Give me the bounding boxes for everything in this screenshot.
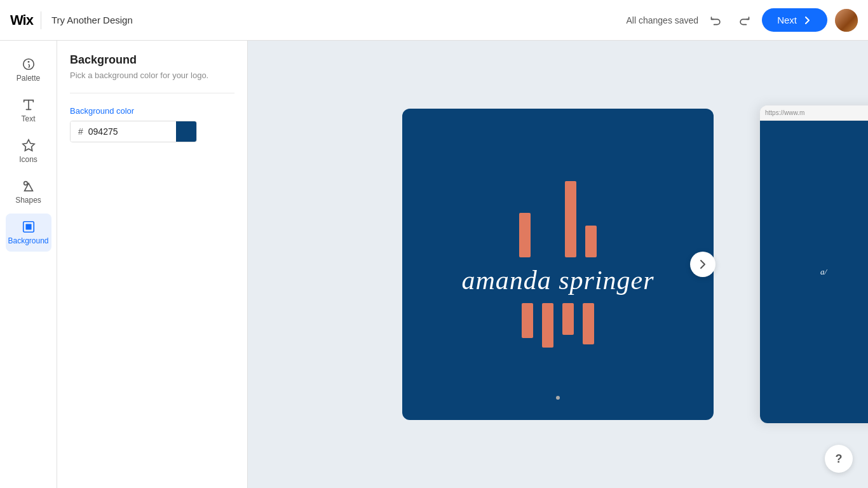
- color-swatch[interactable]: [176, 121, 196, 142]
- avatar-image: [835, 9, 858, 32]
- panel-divider: [70, 93, 234, 93]
- svg-marker-2: [22, 140, 34, 151]
- redo-icon: [738, 14, 750, 27]
- svg-point-3: [24, 182, 27, 186]
- palette-icon: [22, 57, 36, 71]
- bars-bottom: [522, 303, 594, 348]
- sidebar-icons: Palette Text Icons Shapes: [0, 41, 57, 488]
- bars-top: [519, 181, 597, 257]
- right-mockup: https://www.m a/: [760, 105, 868, 423]
- undo-button[interactable]: [706, 10, 726, 30]
- shapes-icon: [22, 179, 36, 193]
- color-label: Background color: [70, 106, 234, 116]
- chevron-right-icon: [697, 259, 709, 270]
- app-header: Wix Try Another Design All changes saved…: [0, 0, 868, 41]
- sidebar-item-shapes[interactable]: Shapes: [6, 173, 51, 211]
- sidebar-item-text-label: Text: [21, 114, 35, 123]
- color-input-row: #: [70, 121, 197, 142]
- next-label: Next: [777, 15, 797, 25]
- wix-logo: Wix: [10, 12, 33, 29]
- header-title: Try Another Design: [51, 15, 133, 25]
- logo-preview-card: amanda springer: [402, 109, 714, 420]
- star-icon: [22, 139, 36, 152]
- hash-symbol: #: [71, 121, 88, 142]
- sidebar-item-shapes-label: Shapes: [15, 196, 41, 205]
- sidebar-item-palette-label: Palette: [17, 74, 40, 83]
- nav-arrow-button[interactable]: [690, 252, 715, 277]
- sidebar-item-background[interactable]: Background: [6, 214, 51, 252]
- svg-point-1: [27, 61, 29, 63]
- sidebar-item-icons-label: Icons: [19, 155, 37, 164]
- bar-top-3: [585, 226, 597, 257]
- header-right: All changes saved Next: [627, 8, 858, 32]
- sidebar-item-text[interactable]: Text: [6, 92, 51, 130]
- main-layout: Palette Text Icons Shapes: [0, 41, 868, 488]
- sidebar-item-palette[interactable]: Palette: [6, 51, 51, 89]
- background-icon: [22, 220, 36, 234]
- svg-rect-5: [25, 224, 31, 229]
- mockup-browser-bar: https://www.m: [760, 105, 868, 121]
- bar-top-1: [519, 213, 531, 257]
- avatar[interactable]: [835, 9, 858, 32]
- bar-bottom-3: [562, 303, 574, 335]
- bar-bottom-2: [542, 303, 553, 348]
- panel-subtitle: Pick a background color for your logo.: [70, 71, 234, 80]
- redo-button[interactable]: [734, 10, 754, 30]
- canvas-area: amanda springer https://www.m: [248, 41, 868, 488]
- next-arrow-icon: [802, 15, 812, 25]
- dot-indicator: [556, 396, 560, 400]
- mockup-logo-script: a/: [820, 267, 827, 277]
- color-text-input[interactable]: [88, 121, 152, 142]
- next-button[interactable]: Next: [762, 8, 827, 32]
- sidebar-item-icons[interactable]: Icons: [6, 132, 51, 170]
- sidebar-item-background-label: Background: [8, 236, 48, 245]
- bar-bottom-1: [522, 303, 533, 338]
- text-icon: [22, 98, 36, 112]
- mockup-logo-area: a/: [760, 121, 868, 423]
- bar-bottom-4: [583, 303, 594, 344]
- help-button[interactable]: ?: [825, 445, 853, 473]
- undo-icon: [710, 14, 722, 27]
- logo-text-script: amanda springer: [461, 265, 654, 295]
- logo-graphic: amanda springer: [461, 181, 654, 348]
- bar-top-2: [565, 181, 576, 257]
- help-symbol: ?: [836, 452, 843, 466]
- panel: Background Pick a background color for y…: [57, 41, 248, 488]
- header-divider: [41, 11, 41, 29]
- panel-title: Background: [70, 53, 234, 67]
- save-status: All changes saved: [627, 15, 699, 25]
